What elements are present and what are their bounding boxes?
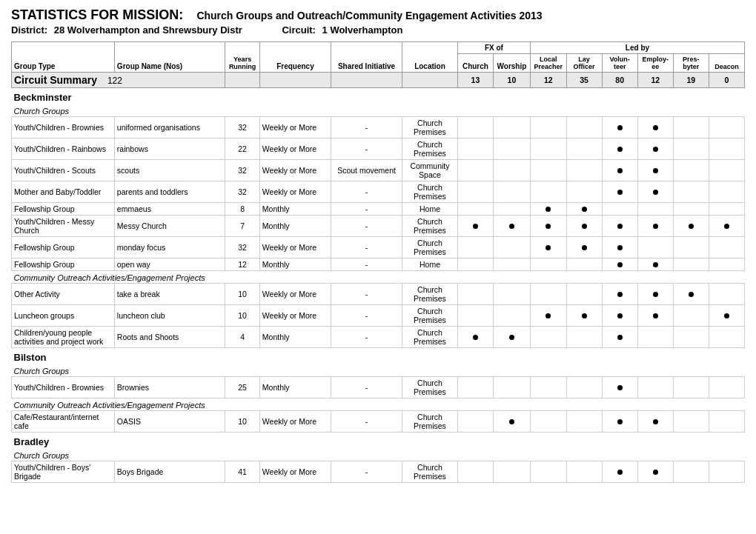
data-cell: - xyxy=(331,258,402,271)
data-cell: Other Activity xyxy=(12,284,115,305)
data-cell: 22 xyxy=(225,138,259,160)
led-cell xyxy=(530,284,566,305)
data-cell: Church Premises xyxy=(402,327,458,348)
dot-indicator xyxy=(653,125,658,130)
led-cell xyxy=(493,160,530,181)
table-row: Mother and Baby/Toddlerparents and toddl… xyxy=(12,181,745,203)
led-cell xyxy=(530,138,566,160)
data-cell: - xyxy=(331,237,402,258)
led-cell xyxy=(709,377,744,398)
data-cell: - xyxy=(331,411,402,433)
led-cell xyxy=(709,327,744,348)
page-subtitle: Church Groups and Outreach/Community Eng… xyxy=(196,10,542,21)
data-cell: Church Premises xyxy=(402,138,458,160)
data-cell: Fellowship Group xyxy=(12,203,115,216)
section-header-row: Bradley xyxy=(12,433,745,450)
led-cell xyxy=(530,305,566,327)
led-cell xyxy=(493,237,530,258)
dot-indicator xyxy=(617,262,623,267)
data-cell: take a break xyxy=(114,284,225,305)
data-cell: luncheon club xyxy=(114,305,225,327)
col-volunteer: Volun-teer xyxy=(602,54,637,73)
data-cell: 32 xyxy=(225,160,259,181)
data-cell: - xyxy=(331,138,402,160)
data-cell: Weekly or More xyxy=(259,138,331,160)
data-cell: 8 xyxy=(225,203,259,216)
led-cell xyxy=(457,216,493,237)
data-cell: - xyxy=(331,461,402,483)
led-cell xyxy=(530,327,566,348)
table-row: Youth/Children - BrowniesBrownies25Month… xyxy=(12,377,745,398)
led-cell xyxy=(493,117,530,138)
led-cell xyxy=(709,258,744,271)
led-cell xyxy=(673,305,709,327)
dot-indicator xyxy=(617,190,623,195)
led-cell xyxy=(457,258,493,271)
led-cell xyxy=(457,237,493,258)
led-cell xyxy=(530,181,566,203)
led-cell xyxy=(566,461,602,483)
led-cell xyxy=(709,138,744,160)
led-cell xyxy=(566,377,602,398)
table-row: Luncheon groupsluncheon club10Weekly or … xyxy=(12,305,745,327)
dot-indicator xyxy=(617,419,623,424)
led-cell xyxy=(709,284,744,305)
col-header-row: Group Type Group Name (Nos) Years Runnin… xyxy=(12,42,745,54)
data-cell: uniformed organisations xyxy=(114,117,225,138)
data-cell: Brownies xyxy=(114,377,225,398)
dot-indicator xyxy=(617,125,623,130)
sub-section-type: Church Groups xyxy=(12,364,745,377)
summary-led-vol: 80 xyxy=(602,73,637,88)
led-cell xyxy=(602,461,637,483)
dot-indicator xyxy=(617,335,623,340)
led-cell xyxy=(637,258,673,271)
led-cell xyxy=(673,181,709,203)
section-name: Beckminster xyxy=(12,88,745,105)
led-cell xyxy=(457,117,493,138)
led-cell xyxy=(566,305,602,327)
data-cell: Youth/Children - Scouts xyxy=(12,160,115,181)
circuit-value: 1 Wolverhampton xyxy=(322,24,403,36)
data-cell: 12 xyxy=(225,258,259,271)
summary-years xyxy=(225,73,259,88)
section-name: Bradley xyxy=(12,433,745,450)
led-cell xyxy=(709,237,744,258)
data-cell: Monthly xyxy=(259,258,331,271)
data-cell: Weekly or More xyxy=(259,237,331,258)
dot-indicator xyxy=(653,168,658,173)
led-cell xyxy=(566,284,602,305)
led-cell xyxy=(673,258,709,271)
data-cell: Home xyxy=(402,203,458,216)
led-cell xyxy=(673,411,709,433)
dot-indicator xyxy=(653,419,658,424)
led-cell xyxy=(602,117,637,138)
led-cell xyxy=(637,327,673,348)
circuit-summary-count: 122 xyxy=(107,76,122,86)
data-cell: Church Premises xyxy=(402,117,458,138)
dot-indicator xyxy=(582,313,587,318)
led-cell xyxy=(493,461,530,483)
data-cell: Children/young people activities and pro… xyxy=(12,327,115,348)
led-cell xyxy=(673,377,709,398)
led-cell xyxy=(493,258,530,271)
led-cell xyxy=(602,258,637,271)
data-cell: - xyxy=(331,377,402,398)
led-cell xyxy=(709,160,744,181)
led-cell xyxy=(457,327,493,348)
dot-indicator xyxy=(617,470,623,475)
data-cell: 10 xyxy=(225,284,259,305)
page-title: STATISTICS FOR MISSION: xyxy=(11,7,183,22)
data-cell: Roots and Shoots xyxy=(114,327,225,348)
sub-section-header-row: Community Outreach Activities/Engagement… xyxy=(12,398,745,411)
data-cell: 32 xyxy=(225,117,259,138)
led-cell xyxy=(530,160,566,181)
led-cell xyxy=(709,203,744,216)
led-cell xyxy=(673,160,709,181)
dot-indicator xyxy=(617,385,623,390)
dot-indicator xyxy=(617,168,623,173)
led-cell xyxy=(493,203,530,216)
led-cell xyxy=(602,181,637,203)
led-cell xyxy=(566,327,602,348)
led-cell xyxy=(530,377,566,398)
data-cell: Weekly or More xyxy=(259,411,331,433)
